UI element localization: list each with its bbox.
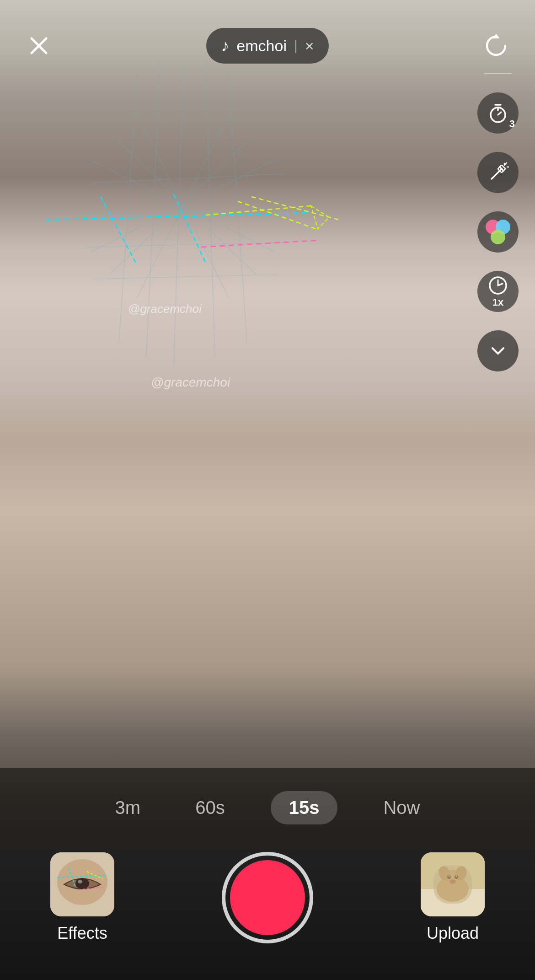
upload-button[interactable]: Upload [407, 852, 498, 943]
duration-60s[interactable]: 60s [186, 793, 234, 823]
ar-measurement-lines [46, 192, 343, 284]
svg-line-9 [114, 137, 256, 275]
svg-line-18 [206, 206, 311, 215]
duration-now[interactable]: Now [374, 793, 429, 823]
duration-3m[interactable]: 3m [106, 793, 150, 823]
svg-line-2 [206, 64, 215, 357]
svg-point-57 [449, 876, 450, 877]
svg-line-3 [119, 73, 137, 343]
record-button-container [222, 852, 313, 943]
svg-line-21 [201, 240, 320, 247]
timer-button[interactable]: 3 [477, 92, 519, 134]
upload-thumbnail [421, 852, 485, 916]
svg-line-6 [82, 210, 288, 215]
svg-point-50 [437, 876, 469, 902]
effects-label: Effects [57, 924, 107, 943]
right-toolbar: 3 1x [477, 73, 519, 372]
svg-point-42 [78, 880, 82, 883]
effects-thumbnail [50, 852, 114, 916]
svg-point-58 [456, 876, 457, 877]
svg-line-11 [137, 114, 229, 297]
svg-line-5 [91, 174, 284, 183]
upload-thumb-image [421, 852, 485, 916]
music-title: emchoi [236, 37, 287, 55]
effects-button[interactable]: Effects [37, 852, 128, 943]
svg-point-54 [447, 875, 451, 879]
svg-point-51 [443, 870, 463, 886]
effects-thumb-image [50, 852, 114, 916]
svg-line-1 [146, 64, 160, 357]
svg-line-19 [238, 201, 316, 229]
svg-line-0 [174, 69, 183, 366]
close-button[interactable] [23, 30, 55, 62]
svg-rect-48 [421, 852, 485, 889]
three-circles-icon [486, 220, 510, 244]
svg-line-13 [91, 160, 274, 252]
watermark-text: @gracemchoi [128, 302, 202, 316]
svg-line-30 [492, 169, 502, 179]
svg-line-10 [110, 137, 251, 275]
svg-line-17 [174, 194, 206, 263]
svg-line-16 [101, 197, 137, 265]
bottom-controls: 3m 60s 15s Now [0, 768, 535, 980]
timer-badge: 3 [509, 118, 515, 130]
music-selector[interactable]: ♪ emchoi | × [206, 28, 328, 64]
svg-line-35 [505, 163, 507, 164]
duration-selector: 3m 60s 15s Now [0, 768, 535, 843]
svg-line-12 [137, 114, 229, 297]
face-mesh-overlay [0, 46, 366, 458]
speed-button[interactable]: 1x [477, 271, 519, 312]
svg-marker-22 [311, 206, 329, 229]
refresh-button[interactable] [480, 30, 512, 62]
svg-line-14 [91, 160, 274, 252]
record-button[interactable] [222, 852, 313, 943]
svg-point-41 [75, 878, 89, 889]
color-filter-button[interactable] [477, 211, 519, 253]
music-divider: | [294, 38, 298, 54]
upload-label: Upload [427, 924, 479, 943]
toolbar-expand-button[interactable] [477, 330, 519, 372]
svg-point-55 [455, 875, 458, 879]
svg-line-8 [91, 275, 279, 279]
svg-line-20 [251, 197, 338, 220]
svg-line-15 [46, 213, 311, 220]
svg-rect-49 [421, 889, 485, 916]
music-note-icon: ♪ [221, 36, 229, 55]
effects-wand-button[interactable] [477, 152, 519, 193]
svg-line-29 [498, 112, 501, 115]
svg-line-7 [87, 242, 284, 247]
music-clear-button[interactable]: × [305, 37, 314, 55]
speed-label: 1x [492, 296, 503, 308]
duration-15s[interactable]: 15s [271, 791, 338, 824]
record-row: Effects [0, 843, 535, 953]
toolbar-divider-top [484, 73, 512, 74]
svg-point-56 [449, 879, 456, 884]
svg-line-4 [229, 73, 247, 343]
header: ♪ emchoi | × [0, 0, 535, 73]
record-button-inner[interactable] [230, 860, 305, 935]
